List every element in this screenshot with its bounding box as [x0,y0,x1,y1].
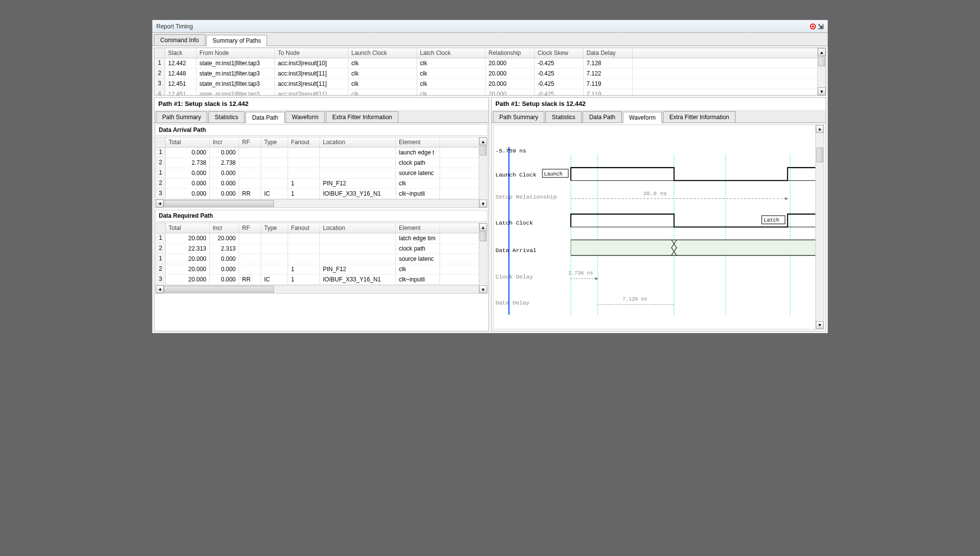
col-delay[interactable]: Data Delay [584,48,633,58]
tab-command-info[interactable]: Command Info [154,34,205,46]
titlebar: Report Timing ⇲ [152,20,828,33]
waveform-vscroll[interactable]: ▲ ▼ [815,125,824,329]
svg-text:7.128 ns: 7.128 ns [622,296,647,302]
tab-statistics-r[interactable]: Statistics [545,111,582,123]
table-row[interactable]: 4 12.451 state_m:inst1|filter.tap3 acc:i… [154,89,826,95]
svg-text:Setup Relationship: Setup Relationship [495,194,557,200]
left-panel-title: Path #1: Setup slack is 12.442 [154,98,489,110]
scroll-up-icon[interactable]: ▲ [818,48,826,56]
table-row[interactable]: 1 20.000 20.000 latch edge tim [156,233,487,244]
col-from[interactable]: From Node [196,48,275,58]
svg-text:Launch: Launch [544,171,563,177]
report-timing-window: Report Timing ⇲ Command Info Summary of … [152,20,828,333]
window-title: Report Timing [156,23,193,30]
svg-text:Launch Clock: Launch Clock [495,172,536,178]
tab-extra-fitter[interactable]: Extra Fitter Information [326,111,398,123]
col-launch[interactable]: Launch Clock [348,48,417,58]
left-sub-tabs: Path Summary Statistics Data Path Wavefo… [154,110,489,123]
right-panel-title: Path #1: Setup slack is 12.442 [491,98,826,110]
svg-text:Data Arrival: Data Arrival [495,247,536,253]
col-to[interactable]: To Node [275,48,348,58]
right-panel: Path #1: Setup slack is 12.442 Path Summ… [491,97,826,331]
tab-waveform[interactable]: Waveform [286,111,325,123]
col-skew[interactable]: Clock Skew [535,48,584,58]
summary-paths-grid: Slack From Node To Node Launch Clock Lat… [154,48,826,96]
tab-data-path-r[interactable]: Data Path [583,111,621,123]
required-vscroll[interactable]: ▲ ▼ [479,223,487,293]
tab-summary-of-paths[interactable]: Summary of Paths [206,35,268,46]
svg-text:20.0 ns: 20.0 ns [643,190,667,197]
tab-data-path[interactable]: Data Path [245,112,284,123]
expand-icon[interactable]: ⇲ [818,23,824,30]
tab-waveform-r[interactable]: Waveform [623,112,662,123]
arrival-hscroll[interactable]: ◄ ► [156,199,487,207]
summary-vscroll[interactable]: ▲ ▼ [817,48,826,95]
table-row[interactable]: 2 22.313 2.313 clock path [156,244,487,254]
arrival-title: Data Arrival Path [155,124,488,136]
col-slack[interactable]: Slack [165,48,196,58]
table-row[interactable]: 2 20.000 0.000 1 PIN_F12 clk [156,264,487,275]
col-rel[interactable]: Relationship [486,48,535,58]
table-row[interactable]: 1 12.442 state_m:inst1|filter.tap3 acc:i… [154,58,826,69]
arrival-vscroll[interactable]: ▲ ▼ [479,137,487,207]
record-icon[interactable] [810,24,816,29]
required-title: Data Required Path [155,210,488,222]
table-row[interactable]: 3 12.451 state_m:inst1|filter.tap3 acc:i… [154,79,826,89]
tab-extra-fitter-r[interactable]: Extra Fitter Information [663,111,735,123]
table-row[interactable]: 1 20.000 0.000 source latenc [156,254,487,264]
table-row[interactable]: 3 20.000 0.000 RR IC 1 IOIBUF_X33_Y16_N1… [156,275,487,285]
table-row[interactable]: 3 0.000 0.000 RR IC 1 IOIBUF_X33_Y16_N1 … [156,189,487,199]
scroll-thumb[interactable] [818,56,825,66]
table-row[interactable]: 1 0.000 0.000 source latenc [156,168,487,178]
cursor-label: -5.759 ns [495,148,526,154]
table-row[interactable]: 1 0.000 0.000 launch edge t [156,148,487,158]
svg-text:Data Delay: Data Delay [495,300,530,306]
table-row[interactable]: 2 12.448 state_m:inst1|filter.tap3 acc:i… [154,69,826,79]
svg-rect-18 [571,240,824,255]
required-hscroll[interactable]: ◄ ► [156,285,487,293]
svg-text:Latch Clock: Latch Clock [495,220,533,226]
tab-path-summary-r[interactable]: Path Summary [493,111,544,123]
tab-statistics[interactable]: Statistics [208,111,245,123]
svg-text:Clock Delay: Clock Delay [495,274,533,280]
required-grid: Total Incr RF Type Fanout Location Eleme… [155,223,488,294]
col-latch[interactable]: Latch Clock [417,48,486,58]
waveform-area[interactable]: -5.759 ns Launch Clock Launch [493,125,824,329]
scroll-down-icon[interactable]: ▼ [818,87,826,95]
svg-text:2.738 ns: 2.738 ns [568,270,593,276]
table-row[interactable]: 2 0.000 0.000 1 PIN_F12 clk [156,178,487,189]
svg-text:Latch: Latch [764,217,780,223]
table-row[interactable]: 2 2.738 2.738 clock path [156,158,487,168]
left-panel: Path #1: Setup slack is 12.442 Path Summ… [154,97,489,331]
arrival-grid: Total Incr RF Type Fanout Location Eleme… [155,137,488,208]
right-sub-tabs: Path Summary Statistics Data Path Wavefo… [491,110,826,123]
top-tabs: Command Info Summary of Paths [152,33,828,46]
tab-path-summary[interactable]: Path Summary [156,111,207,123]
